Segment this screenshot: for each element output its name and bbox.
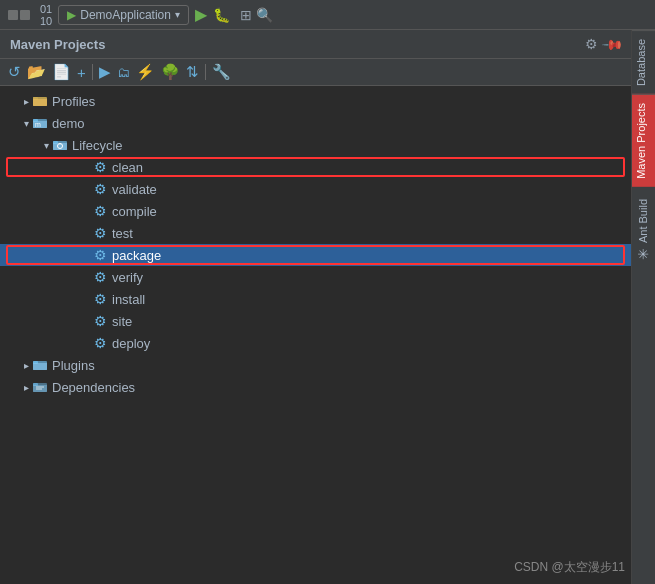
- tree-content: Profiles m demo: [0, 86, 631, 584]
- bit-icon: 0110: [40, 3, 52, 27]
- open-folder-button[interactable]: 📂: [27, 63, 46, 81]
- right-sidebar: Database Maven Projects ✳ Ant Build: [632, 30, 655, 584]
- plugins-folder-icon: [32, 357, 48, 373]
- sidebar-tab-ant[interactable]: ✳ Ant Build: [632, 191, 655, 270]
- watermark-text: CSDN @太空漫步11: [514, 560, 625, 574]
- window-controls: [8, 10, 30, 20]
- debug-button[interactable]: 🐛: [213, 7, 230, 23]
- plugins-label: Plugins: [52, 358, 95, 373]
- tree-item-dependencies[interactable]: Dependencies: [0, 376, 631, 398]
- tree-item-site[interactable]: ⚙ site: [0, 310, 631, 332]
- grid-icon[interactable]: ⊞: [240, 7, 252, 23]
- top-icons: ⊞ 🔍: [240, 7, 273, 23]
- ant-icon: ✳: [635, 246, 651, 262]
- lifecycle-arrow: [40, 139, 52, 151]
- package-gear-icon: ⚙: [92, 247, 108, 263]
- dependencies-folder-icon: [32, 379, 48, 395]
- sidebar-tab-maven[interactable]: Maven Projects: [632, 94, 655, 187]
- package-label: package: [112, 248, 161, 263]
- demo-label: demo: [52, 116, 85, 131]
- pin-icon[interactable]: 📌: [601, 32, 624, 55]
- clean-label: clean: [112, 160, 143, 175]
- tree-item-demo[interactable]: m demo: [0, 112, 631, 134]
- compile-label: compile: [112, 204, 157, 219]
- compile-gear-icon: ⚙: [92, 203, 108, 219]
- maven-projects-panel: Maven Projects ⚙ 📌 ↺ 📂 📄 + ▶ 🗂 ⚡ 🌳 ⇅ 🔧: [0, 30, 632, 584]
- validate-label: validate: [112, 182, 157, 197]
- app-name-label: DemoApplication: [80, 8, 171, 22]
- sidebar-tab-database[interactable]: Database: [632, 30, 655, 94]
- tree-item-deploy[interactable]: ⚙ deploy: [0, 332, 631, 354]
- deploy-label: deploy: [112, 336, 150, 351]
- maven-label: Maven Projects: [635, 103, 647, 179]
- sep1: [92, 64, 93, 80]
- tree-item-verify[interactable]: ⚙ verify: [0, 266, 631, 288]
- demo-folder-icon: m: [32, 115, 48, 131]
- profiles-arrow: [20, 95, 32, 107]
- database-label: Database: [635, 39, 647, 86]
- tree-item-package[interactable]: ⚙ package: [0, 244, 631, 266]
- chevron-down-icon: ▾: [175, 9, 180, 20]
- app-name-dropdown[interactable]: ▶ DemoApplication ▾: [58, 5, 189, 25]
- settings-button[interactable]: 🔧: [212, 63, 231, 81]
- profiles-label: Profiles: [52, 94, 95, 109]
- dot-2: [20, 10, 30, 20]
- svg-text:m: m: [35, 121, 41, 128]
- toolbar: ↺ 📂 📄 + ▶ 🗂 ⚡ 🌳 ⇅ 🔧: [0, 59, 631, 86]
- sort-button[interactable]: ⇅: [186, 63, 199, 81]
- search-icon[interactable]: 🔍: [256, 7, 273, 23]
- refresh-button[interactable]: ↺: [8, 63, 21, 81]
- install-label: install: [112, 292, 145, 307]
- sep2: [205, 64, 206, 80]
- settings-icon[interactable]: ⚙: [585, 36, 598, 52]
- main-layout: Maven Projects ⚙ 📌 ↺ 📂 📄 + ▶ 🗂 ⚡ 🌳 ⇅ 🔧: [0, 30, 655, 584]
- tree-item-compile[interactable]: ⚙ compile: [0, 200, 631, 222]
- test-gear-icon: ⚙: [92, 225, 108, 241]
- phases-button[interactable]: 🗂: [117, 65, 130, 80]
- panel-title: Maven Projects: [10, 37, 105, 52]
- ant-label: Ant Build: [637, 199, 649, 243]
- profiles-folder-icon: [32, 93, 48, 109]
- tree-item-profiles[interactable]: Profiles: [0, 90, 631, 112]
- plugins-arrow: [20, 359, 32, 371]
- panel-header: Maven Projects ⚙ 📌: [0, 30, 631, 59]
- tree-button[interactable]: 🌳: [161, 63, 180, 81]
- lifecycle-label: Lifecycle: [72, 138, 123, 153]
- panel-header-icons: ⚙ 📌: [585, 36, 621, 52]
- demo-arrow: [20, 117, 32, 129]
- add-button[interactable]: +: [77, 64, 86, 81]
- verify-label: verify: [112, 270, 143, 285]
- lifecycle-folder-icon: [52, 137, 68, 153]
- site-label: site: [112, 314, 132, 329]
- app-icon: ▶: [67, 8, 76, 22]
- tree-item-validate[interactable]: ⚙ validate: [0, 178, 631, 200]
- tree-item-clean[interactable]: ⚙ clean: [0, 156, 631, 178]
- top-bar: 0110 ▶ DemoApplication ▾ ▶ 🐛 ⊞ 🔍: [0, 0, 655, 30]
- dot-1: [8, 10, 18, 20]
- tree-item-test[interactable]: ⚙ test: [0, 222, 631, 244]
- test-label: test: [112, 226, 133, 241]
- validate-gear-icon: ⚙: [92, 181, 108, 197]
- run-lifecycle-button[interactable]: ▶: [99, 63, 111, 81]
- site-gear-icon: ⚙: [92, 313, 108, 329]
- run-button[interactable]: ▶: [195, 5, 207, 24]
- resolve-button[interactable]: ⚡: [136, 63, 155, 81]
- new-file-button[interactable]: 📄: [52, 63, 71, 81]
- watermark: CSDN @太空漫步11: [514, 559, 625, 576]
- install-gear-icon: ⚙: [92, 291, 108, 307]
- tree-item-lifecycle[interactable]: Lifecycle: [0, 134, 631, 156]
- deploy-gear-icon: ⚙: [92, 335, 108, 351]
- clean-gear-icon: ⚙: [92, 159, 108, 175]
- dependencies-arrow: [20, 381, 32, 393]
- verify-gear-icon: ⚙: [92, 269, 108, 285]
- tree-item-install[interactable]: ⚙ install: [0, 288, 631, 310]
- dependencies-label: Dependencies: [52, 380, 135, 395]
- tree-item-plugins[interactable]: Plugins: [0, 354, 631, 376]
